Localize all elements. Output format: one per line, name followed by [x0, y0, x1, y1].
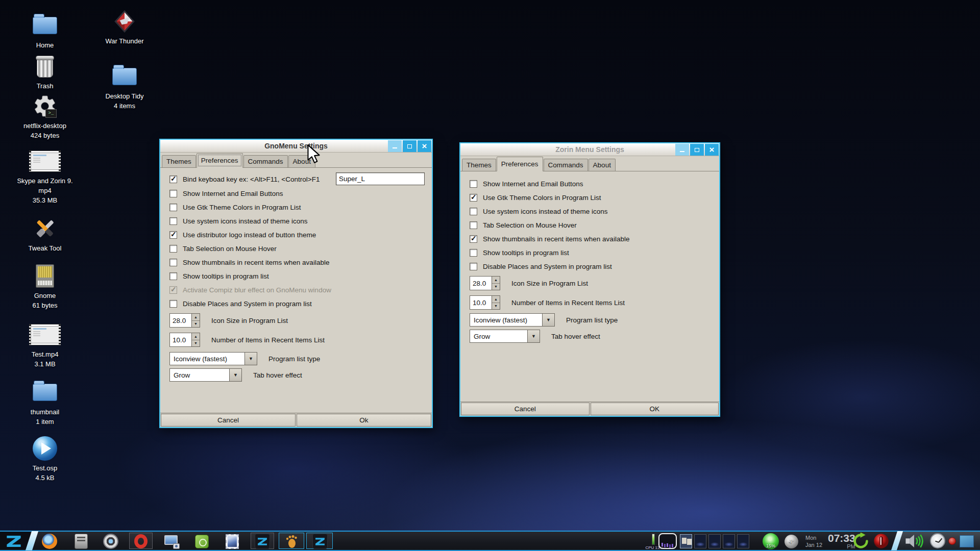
recent-items-spinner[interactable]: 10.0 — [470, 295, 500, 310]
screenshot-tool-launcher[interactable] — [164, 534, 179, 549]
cancel-button[interactable]: Cancel — [161, 414, 296, 427]
desktop-icon-desktop-tidy[interactable]: Desktop Tidy 4 items — [86, 63, 163, 111]
checkbox-internet-email[interactable] — [470, 180, 477, 188]
checkbox-label: Show Internet and Email Buttons — [483, 180, 583, 188]
desktop-icon-tweak-tool[interactable]: Tweak Tool — [7, 215, 83, 253]
chevron-down-icon[interactable] — [244, 353, 257, 365]
preference-row: Show thumbnails in recent items when ava… — [470, 234, 629, 243]
blue-square-icon — [960, 535, 974, 547]
tab-commands[interactable]: Commands — [544, 159, 588, 171]
minimize-button[interactable] — [388, 140, 402, 152]
monitor-widget[interactable] — [658, 533, 677, 549]
volume-tray-icon[interactable] — [904, 533, 926, 551]
maximize-button[interactable] — [403, 140, 416, 152]
desktop-icon-trash[interactable]: Trash — [7, 53, 83, 91]
checkbox-system-icons[interactable] — [169, 217, 177, 225]
tab-hover-effect-select[interactable]: Grow — [470, 330, 540, 343]
checkbox-system-icons[interactable] — [470, 208, 477, 215]
checkbox-gtk-colors[interactable] — [470, 194, 477, 202]
title-bar[interactable]: GnoMenu Settings — [160, 140, 432, 153]
desktop-icon-home[interactable]: Home — [7, 12, 83, 50]
recent-items-spinner[interactable]: 10.0 — [169, 333, 200, 347]
workspace-thumbnail[interactable] — [694, 534, 706, 548]
checkbox-label: Show tooltips in program list — [483, 249, 569, 257]
logout-button[interactable] — [852, 533, 869, 551]
app-tray-icon[interactable] — [960, 535, 974, 547]
workspace-thumbnail[interactable] — [723, 534, 735, 548]
checkbox-disable-places[interactable] — [169, 300, 177, 308]
opera-tray-icon[interactable] — [948, 537, 956, 545]
icon-size-spinner[interactable]: 28.0 — [169, 313, 200, 328]
maximize-button[interactable] — [690, 144, 704, 156]
zorin-start-button[interactable] — [6, 534, 21, 549]
workspace-thumbnail[interactable] — [737, 534, 749, 548]
checkbox-tooltips[interactable] — [169, 272, 177, 280]
gnome-window-button[interactable] — [284, 534, 299, 549]
ok-button[interactable]: OK — [591, 403, 719, 415]
title-bar[interactable]: Zorin Menu Settings — [460, 143, 719, 156]
checkbox-thumbnails-recent[interactable] — [470, 235, 477, 243]
cpu-meter[interactable] — [652, 534, 655, 545]
minimize-button[interactable] — [675, 144, 689, 156]
tab-preferences[interactable]: Preferences — [197, 153, 243, 168]
program-list-type-select[interactable]: Iconview (fastest) — [470, 313, 555, 327]
date-widget[interactable]: Mon Jan 12 — [805, 534, 822, 548]
icon-label: netflix-desktop — [7, 121, 83, 131]
checkbox-tab-hover[interactable] — [169, 245, 177, 253]
zorin-window-button[interactable] — [312, 534, 328, 549]
chevron-down-icon[interactable] — [527, 330, 540, 342]
desktop-icon-test-mp4[interactable]: Test.mp4 3.1 MB — [7, 321, 83, 369]
checkbox-internet-email[interactable] — [169, 190, 177, 197]
cancel-button[interactable]: Cancel — [461, 403, 590, 415]
close-button[interactable] — [418, 140, 431, 152]
desktop-icon-thumbnail-folder[interactable]: thumbnail 1 item — [7, 379, 83, 427]
desktop-icon-test-osp[interactable]: Test.osp 4.5 kB — [7, 435, 83, 483]
tab-themes[interactable]: Themes — [462, 159, 496, 171]
clock-tray-icon[interactable] — [930, 533, 945, 548]
spinner-arrows-icon[interactable] — [191, 333, 200, 346]
spinner-arrows-icon[interactable] — [191, 314, 200, 327]
zorin-window-button[interactable] — [255, 534, 270, 549]
chevron-down-icon[interactable] — [229, 369, 241, 381]
weather-widget[interactable]: 4° — [785, 535, 798, 548]
firefox-launcher[interactable] — [42, 534, 57, 549]
clock-widget[interactable]: 07:33 PM — [828, 532, 855, 549]
desktop-icon-gnome-file[interactable]: Gnome 61 bytes — [7, 263, 83, 310]
checkbox-tab-hover[interactable] — [470, 221, 477, 229]
tab-themes[interactable]: Themes — [162, 155, 196, 167]
desktop-icon-war-thunder[interactable]: War Thunder — [86, 8, 163, 46]
checkbox-tooltips[interactable] — [470, 249, 477, 257]
opera-launcher[interactable] — [133, 534, 149, 549]
icon-size-spinner[interactable]: 28.0 — [470, 276, 500, 290]
program-list-type-select[interactable]: Iconview (fastest) — [169, 352, 257, 365]
checkbox-gtk-colors[interactable] — [169, 204, 177, 211]
shutdown-button[interactable] — [873, 533, 890, 551]
tab-preferences[interactable]: Preferences — [497, 157, 543, 171]
tab-commands[interactable]: Commands — [243, 155, 288, 167]
desktop-icon-netflix-desktop[interactable]: >_ netflix-desktop 424 bytes — [7, 93, 83, 140]
tab-about[interactable]: About — [589, 159, 616, 171]
checkbox-disable-places[interactable] — [470, 263, 477, 270]
taskbar: CPU 13% 15% 4° Mon Jan 12 07:33 PM — [0, 531, 980, 551]
media-player-launcher[interactable] — [103, 534, 118, 549]
software-center-launcher[interactable] — [194, 534, 209, 549]
spinner-arrows-icon[interactable] — [492, 277, 500, 290]
desktop-icon-skype-video[interactable]: Skype and Zorin 9. mp4 35.3 MB — [7, 148, 83, 205]
tab-hover-effect-select[interactable]: Grow — [169, 368, 242, 382]
workspace-thumbnail[interactable] — [680, 534, 692, 548]
keybind-input[interactable] — [336, 172, 425, 185]
ok-button[interactable]: Ok — [297, 414, 431, 427]
chevron-down-icon[interactable] — [542, 314, 554, 326]
file-manager-launcher[interactable] — [74, 534, 89, 549]
video-thumbnail-icon — [7, 321, 83, 348]
load-orb-widget[interactable]: 15% — [763, 533, 779, 549]
checkbox-thumbnails-recent[interactable] — [169, 259, 177, 266]
gnome-foot-icon — [285, 534, 298, 548]
mail-launcher[interactable] — [225, 534, 240, 549]
checkbox-distributor-logo[interactable] — [169, 231, 177, 239]
workspace-thumbnail[interactable] — [708, 534, 721, 548]
close-button[interactable] — [705, 144, 719, 156]
maximize-icon — [407, 144, 412, 148]
spinner-arrows-icon[interactable] — [492, 296, 500, 309]
checkbox-bind-key[interactable] — [169, 176, 177, 183]
